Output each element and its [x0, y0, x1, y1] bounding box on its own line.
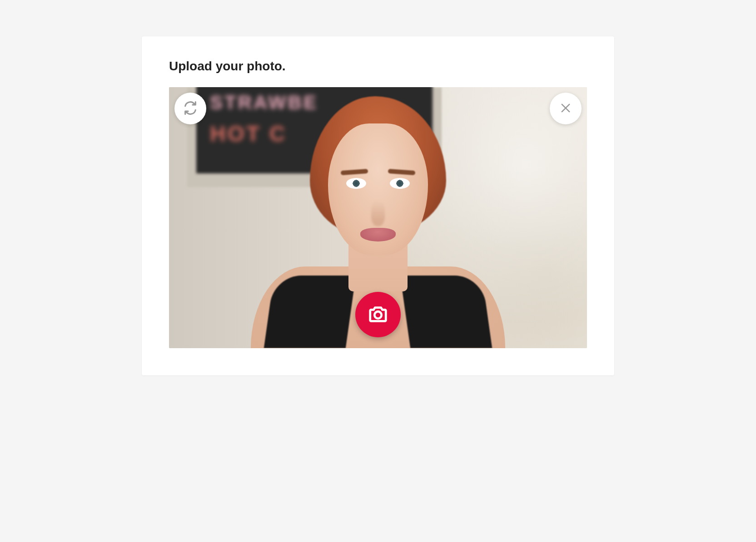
camera-viewfinder: STRAWBE HOT C [169, 87, 587, 348]
switch-camera-icon [183, 100, 198, 117]
subject-nose [371, 201, 385, 226]
close-icon [559, 102, 572, 116]
close-button[interactable] [550, 93, 582, 124]
card-title: Upload your photo. [169, 59, 587, 74]
svg-point-2 [374, 311, 381, 318]
subject-top-left [264, 276, 356, 348]
subject-lips [360, 228, 396, 241]
subject-eye-right [390, 178, 410, 189]
switch-camera-button[interactable] [174, 93, 206, 124]
camera-icon [368, 304, 388, 326]
subject-eye-left [346, 178, 366, 189]
capture-photo-button[interactable] [355, 292, 401, 337]
subject-top-right [400, 276, 492, 348]
upload-photo-card: Upload your photo. STRAWBE HOT C [142, 36, 614, 375]
